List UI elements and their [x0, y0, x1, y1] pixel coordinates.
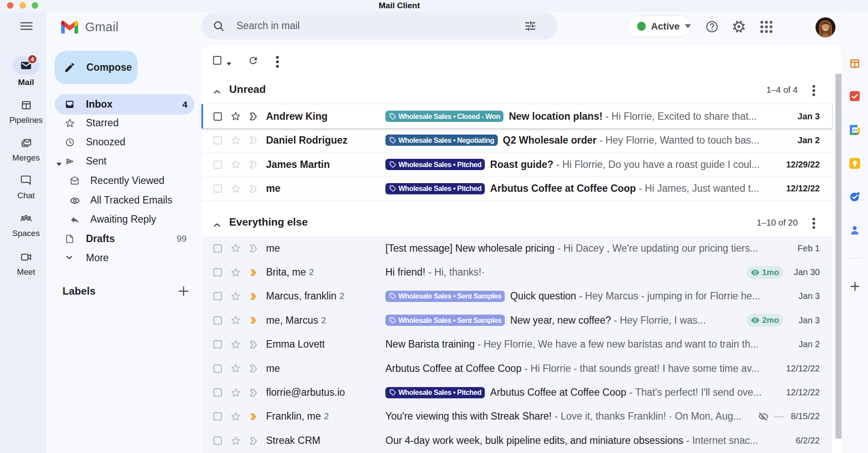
svg-text:31: 31	[852, 128, 857, 132]
